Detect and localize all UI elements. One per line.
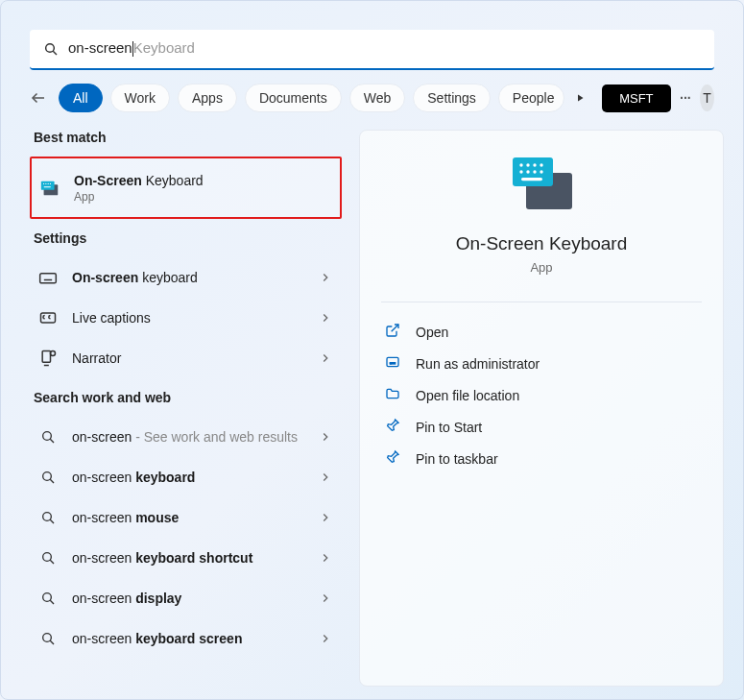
best-match-title-rest: Keyboard	[142, 173, 204, 188]
best-match-result[interactable]: On-Screen Keyboard App	[30, 157, 342, 219]
settings-result[interactable]: Narrator	[30, 338, 342, 378]
web-result[interactable]: on-screen keyboard shortcut	[30, 538, 342, 578]
tab-settings[interactable]: Settings	[413, 84, 491, 112]
svg-point-28	[43, 634, 52, 642]
best-match-title-bold: On-Screen	[74, 173, 142, 188]
narrator-icon	[37, 348, 59, 369]
tab-apps[interactable]: Apps	[178, 84, 237, 112]
tab-people[interactable]: People	[498, 84, 565, 112]
web-bold: mouse	[135, 510, 179, 525]
web-result[interactable]: on-screen display	[30, 578, 342, 618]
keyboard-icon	[37, 267, 59, 288]
details-panel: On-Screen Keyboard App OpenRun as admini…	[359, 130, 724, 687]
svg-point-5	[45, 182, 46, 183]
search-icon	[37, 588, 59, 609]
search-results: Best match On-Screen Keyboard App Settin…	[1, 130, 743, 687]
svg-point-26	[43, 593, 52, 602]
svg-line-25	[50, 560, 54, 564]
details-title: On-Screen Keyboard	[456, 233, 628, 254]
web-result[interactable]: on-screen keyboard	[30, 457, 342, 497]
search-icon	[43, 41, 59, 57]
action-label: Pin to Start	[416, 420, 482, 435]
action-run-as-administrator[interactable]: Run as administrator	[381, 348, 702, 379]
action-pin-to-taskbar[interactable]: Pin to taskbar	[381, 443, 702, 474]
pin-icon	[385, 418, 400, 436]
svg-point-0	[46, 44, 55, 53]
svg-point-34	[533, 163, 536, 166]
action-pin-to-start[interactable]: Pin to Start	[381, 411, 702, 443]
action-open-file-location[interactable]: Open file location	[381, 379, 702, 411]
web-result[interactable]: on-screen mouse	[30, 497, 342, 538]
tab-work[interactable]: Work	[110, 84, 170, 112]
folder-icon	[385, 386, 400, 404]
chevron-right-icon	[319, 271, 332, 284]
web-bold: keyboard	[135, 470, 195, 485]
chevron-right-icon	[319, 632, 332, 645]
svg-point-32	[519, 163, 522, 166]
tab-all[interactable]: All	[59, 84, 103, 112]
result-text-rest: Narrator	[72, 350, 121, 366]
details-sub: App	[530, 260, 552, 275]
web-prefix: on-screen	[72, 470, 135, 485]
svg-rect-40	[521, 178, 542, 181]
svg-point-4	[43, 182, 44, 183]
result-text-bold: On-screen	[72, 270, 138, 285]
result-text-rest: keyboard	[138, 270, 197, 285]
search-input[interactable]: on-screenKeyboard	[68, 39, 195, 58]
avatar[interactable]: T	[700, 84, 714, 111]
svg-point-37	[526, 170, 529, 173]
settings-result[interactable]: On-screen keyboard	[30, 257, 342, 298]
svg-line-19	[50, 439, 54, 443]
web-result[interactable]: on-screen - See work and web results	[30, 417, 342, 457]
settings-result[interactable]: Live captions	[30, 298, 342, 338]
chevron-right-icon	[319, 430, 332, 444]
action-open[interactable]: Open	[381, 316, 702, 348]
svg-line-27	[50, 600, 54, 604]
more-options-button[interactable]: ···	[679, 84, 693, 111]
svg-rect-3	[41, 181, 55, 189]
keyboard-app-icon	[39, 178, 60, 199]
best-match-heading: Best match	[34, 130, 342, 145]
svg-rect-31	[513, 157, 553, 186]
web-prefix: on-screen	[72, 591, 135, 606]
svg-point-24	[43, 553, 52, 562]
web-bold: keyboard shortcut	[135, 550, 252, 566]
divider	[381, 302, 702, 302]
chevron-right-icon	[319, 551, 332, 565]
web-result[interactable]: on-screen keyboard screen	[30, 618, 342, 659]
svg-point-43	[390, 363, 391, 364]
back-button[interactable]	[30, 84, 47, 111]
search-bar[interactable]: on-screenKeyboard	[30, 30, 714, 70]
search-icon	[37, 507, 59, 528]
chevron-right-icon	[319, 311, 332, 325]
tab-documents[interactable]: Documents	[245, 84, 342, 112]
chevron-right-icon	[319, 591, 332, 605]
svg-point-22	[43, 513, 52, 521]
svg-point-36	[519, 170, 522, 173]
web-bold: keyboard screen	[135, 631, 242, 646]
svg-rect-16	[42, 351, 50, 363]
svg-point-6	[48, 182, 49, 183]
web-prefix: on-screen	[72, 510, 135, 525]
filter-tabs: All Work Apps Documents Web Settings Peo…	[30, 84, 714, 112]
web-prefix: on-screen	[72, 631, 135, 646]
svg-point-18	[43, 432, 52, 441]
app-hero-icon	[509, 156, 574, 216]
tab-web[interactable]: Web	[349, 84, 406, 112]
settings-heading: Settings	[34, 230, 342, 246]
svg-point-7	[50, 182, 51, 183]
web-heading: Search work and web	[34, 390, 342, 405]
svg-line-23	[50, 519, 54, 523]
svg-line-29	[50, 640, 54, 644]
admin-icon	[385, 354, 400, 373]
svg-rect-8	[44, 186, 51, 187]
more-tabs-button[interactable]	[572, 84, 587, 111]
svg-point-17	[51, 351, 56, 356]
caption-icon	[37, 307, 59, 328]
account-button[interactable]: MSFT	[602, 84, 670, 112]
svg-line-21	[50, 479, 54, 483]
svg-point-38	[533, 170, 536, 173]
web-bold: display	[135, 591, 181, 606]
action-label: Open	[416, 325, 448, 340]
action-label: Open file location	[416, 388, 519, 403]
